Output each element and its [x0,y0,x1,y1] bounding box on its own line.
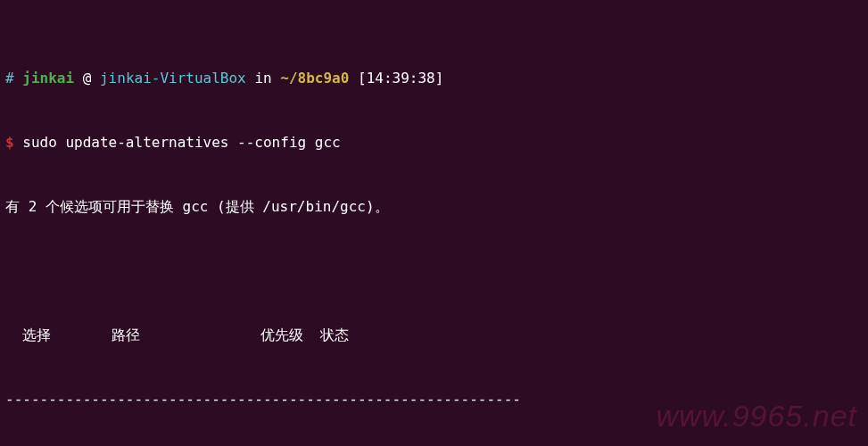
table-header: 选择 路径 优先级 状态 [5,325,863,346]
command-text: sudo update-alternatives --config gcc [22,134,340,151]
output-line: 有 2 个候选项可用于替换 gcc (提供 /usr/bin/gcc)。 [5,196,863,218]
prompt-in: in [254,70,271,87]
hash-symbol: # [5,70,22,87]
prompt-line: # jinkai @ jinkai-VirtualBox in ~/8bc9a0… [5,68,863,89]
dollar-prompt: $ [5,134,22,151]
prompt-path: ~/8bc9a0 [280,70,349,87]
prompt-at [74,70,83,87]
output-line [5,260,863,282]
terminal[interactable]: # jinkai @ jinkai-VirtualBox in ~/8bc9a0… [0,0,868,446]
command-line[interactable]: $ sudo update-alternatives --config gcc [5,132,863,153]
prompt-time: [14:39:38] [358,70,443,87]
prompt-host: jinkai-VirtualBox [100,70,246,87]
table-divider: ----------------------------------------… [5,389,863,410]
prompt-user: jinkai [22,70,74,87]
